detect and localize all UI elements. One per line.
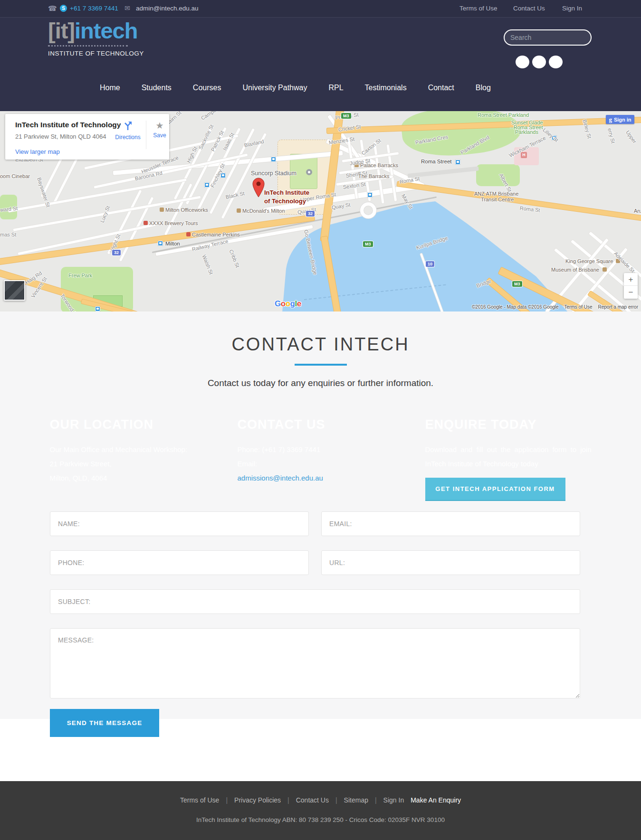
footer-link-privacy[interactable]: Privacy Policies	[234, 796, 281, 804]
save-label: Save	[149, 132, 171, 139]
map-label-poi: The Barracks	[358, 173, 389, 179]
main-nav: Home Students Courses University Pathway…	[100, 84, 491, 92]
search-input[interactable]	[510, 34, 596, 41]
admissions-email-link[interactable]: admissions@intech.edu.au	[238, 471, 323, 485]
map-label-poi: XXXX Brewery Tours	[149, 220, 198, 226]
nav-blog[interactable]: Blog	[476, 84, 491, 92]
nav-students[interactable]: Students	[142, 84, 172, 92]
message-textarea[interactable]	[50, 628, 580, 698]
column-enquire-today: ENQUIRE TODAY Download and fill out the …	[425, 417, 592, 501]
map-card-address: 21 Parkview St, Milton QLD 4064	[15, 133, 106, 140]
social-icon-3[interactable]	[549, 56, 563, 68]
send-message-button[interactable]: SEND THE MESSAGE	[50, 709, 159, 737]
logo-tagline: INSTITUTE OF TECHNOLOGY	[48, 50, 144, 57]
map-label-park: Parklands	[515, 129, 538, 135]
roundabout	[360, 202, 376, 218]
zoom-out-button[interactable]: −	[624, 286, 638, 299]
location-heading: OUR LOCATION	[50, 417, 216, 432]
zoom-in-button[interactable]: +	[624, 273, 638, 286]
nav-rpl[interactable]: RPL	[328, 84, 343, 92]
nav-contact[interactable]: Contact	[428, 84, 454, 92]
map-copyright: ©2016 Google - Map data ©2016 Google	[472, 304, 559, 310]
url-input[interactable]	[321, 550, 580, 575]
footer-link-signin[interactable]: Sign In	[383, 796, 404, 804]
footer-link-make-enquiry[interactable]: Make An Enquiry	[411, 796, 461, 804]
route-badge-32: 32	[112, 250, 121, 255]
google-logo-letter: o	[286, 299, 290, 308]
nav-testimonials[interactable]: Testimonials	[365, 84, 407, 92]
get-application-form-button[interactable]: GET INTECH APPLICATION FORM	[425, 478, 565, 501]
map-info-card: InTech Institute of Technology 21 Parkvi…	[5, 114, 169, 160]
page-title: CONTACT INTECH	[0, 311, 641, 354]
google-logo-letter: e	[297, 299, 301, 308]
footer-link-terms[interactable]: Terms of Use	[180, 796, 219, 804]
train-station-icon	[455, 160, 460, 165]
castlemaine-icon	[186, 232, 191, 236]
map-terms-link[interactable]: Terms of Use	[564, 304, 593, 310]
name-input[interactable]	[50, 511, 309, 536]
google-logo-letter: o	[281, 299, 286, 308]
skype-icon[interactable]: S	[60, 5, 67, 12]
column-our-location: OUR LOCATION Our Main Office and Mechani…	[50, 417, 216, 501]
map-marker-pin[interactable]	[252, 178, 265, 198]
map-label-station: Roma Street	[421, 159, 452, 164]
topbar-email[interactable]: admin@intech.edu.au	[136, 5, 199, 12]
mcdonalds-icon	[237, 208, 241, 213]
map-label-poi: Milton Officeworks	[165, 207, 208, 213]
save-button[interactable]: ★ Save	[149, 121, 171, 139]
nav-university-pathway[interactable]: University Pathway	[242, 84, 307, 92]
satellite-toggle-thumbnail[interactable]	[4, 280, 25, 301]
email-input[interactable]	[321, 511, 580, 536]
map-label-park: Frew Park	[68, 273, 92, 278]
map-label: mas St	[0, 232, 16, 237]
enquire-text: Download and fill out the application fo…	[425, 443, 592, 471]
nav-home[interactable]: Home	[100, 84, 120, 92]
footer-link-sitemap[interactable]: Sitemap	[344, 796, 368, 804]
topbar-link-contact[interactable]: Contact Us	[513, 5, 545, 12]
topbar-link-terms[interactable]: Terms of Use	[459, 5, 497, 12]
social-icon-1[interactable]	[516, 56, 529, 68]
contact-heading: CONTACT US	[238, 417, 404, 432]
route-badge-32: 32	[306, 211, 315, 217]
google-signin-label: Sign in	[614, 117, 631, 123]
card-divider	[146, 121, 146, 149]
social-icon-2[interactable]	[532, 56, 546, 68]
view-larger-map-link[interactable]: View larger map	[15, 148, 60, 155]
contact-email-label: Email:	[238, 457, 404, 471]
footer-link-contact[interactable]: Contact Us	[296, 796, 329, 804]
phone-icon: ☎	[48, 4, 57, 13]
logo[interactable]: [it]intech INSTITUTE OF TECHNOLOGY	[48, 19, 144, 57]
transit-icon	[95, 306, 100, 311]
map-label-poi: Anz	[634, 208, 641, 214]
map-label-station: Milton	[165, 241, 180, 246]
google-signin-button[interactable]: g Sign in	[606, 115, 634, 124]
transit-icon	[204, 182, 210, 188]
route-badge-m3: M3	[512, 281, 522, 287]
phone-input[interactable]	[50, 550, 309, 575]
directions-button[interactable]: Directions	[113, 121, 143, 141]
top-bar: ☎ S +61 7 3369 7441 ✉ admin@intech.edu.a…	[0, 0, 641, 18]
contact-section: CONTACT INTECH Contact us today for any …	[0, 311, 641, 719]
nav-courses[interactable]: Courses	[193, 84, 221, 92]
topbar-phone-number[interactable]: +61 7 3369 7441	[70, 5, 118, 12]
map-report-error-link[interactable]: Report a map error	[598, 304, 638, 310]
route-badge-m3: M3	[363, 241, 373, 247]
marker-label-line2: of Technology	[264, 198, 306, 205]
topbar-link-signin[interactable]: Sign In	[562, 5, 582, 12]
museum-icon	[603, 267, 607, 272]
map-label-poi: Suncorp Stadium	[251, 170, 297, 177]
social-icons	[516, 56, 563, 68]
title-underline	[295, 364, 347, 366]
page-subtitle: Contact us today for any enquiries or fu…	[0, 378, 641, 388]
subject-input[interactable]	[50, 589, 580, 614]
route-badge-10: 10	[426, 261, 434, 267]
directions-label: Directions	[113, 134, 143, 141]
search-box[interactable]	[504, 29, 592, 46]
route-badge-m3: M3	[341, 113, 351, 119]
logo-dotted-rule	[48, 45, 128, 47]
contact-phone-line: Phone: (+61 7) 3369 7441	[238, 443, 404, 457]
footer-separator: |	[287, 796, 289, 804]
map-card-title: InTech Institute of Technology	[15, 121, 121, 129]
google-map[interactable]: H Pratten St Campbell St Cricket St Nair…	[0, 111, 641, 311]
transit-icon	[271, 157, 276, 162]
